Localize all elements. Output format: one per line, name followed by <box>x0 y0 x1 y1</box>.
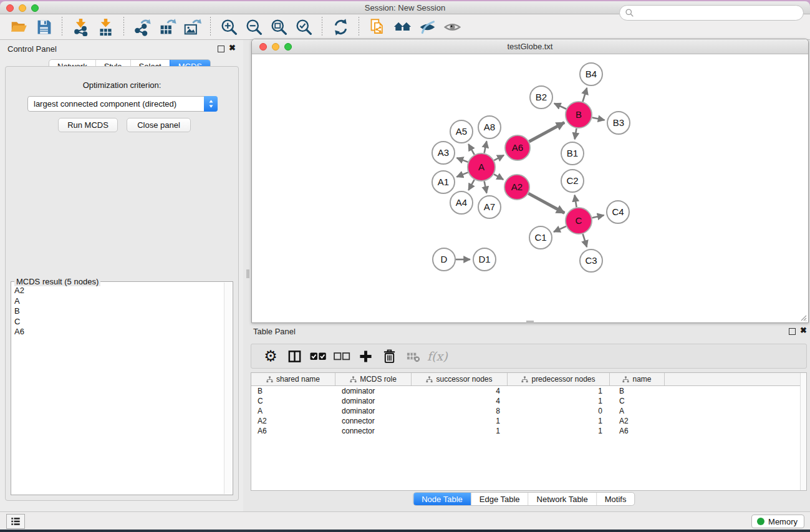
apply-function-button[interactable]: f(x) <box>427 347 448 365</box>
import-network-button[interactable] <box>69 17 92 37</box>
export-image-button[interactable] <box>181 17 203 37</box>
close-table-panel-icon[interactable]: ✖ <box>800 326 807 335</box>
node-B1[interactable] <box>561 142 584 165</box>
zoom-selected-button[interactable] <box>292 17 315 37</box>
new-network-button[interactable] <box>366 17 388 37</box>
node-D1[interactable] <box>473 248 496 271</box>
node-A3[interactable] <box>432 142 455 164</box>
table-row[interactable]: A2connector11A2 <box>251 416 806 426</box>
column-header-predecessor-nodes[interactable]: predecessor nodes <box>508 373 610 385</box>
tab-edge-table[interactable]: Edge Table <box>471 493 528 505</box>
table-cell[interactable]: connector <box>335 426 412 436</box>
memory-button[interactable]: Memory <box>751 515 804 528</box>
float-panel-icon[interactable] <box>218 46 224 52</box>
table-cell[interactable]: 1 <box>508 386 610 396</box>
table-scrollbar[interactable] <box>800 373 806 490</box>
node-B4[interactable] <box>580 63 602 85</box>
edge-A6-B[interactable] <box>529 122 565 142</box>
table-cell[interactable]: B <box>251 386 335 396</box>
node-A8[interactable] <box>478 116 501 138</box>
node-A2[interactable] <box>504 175 529 200</box>
table-cell[interactable]: A6 <box>251 426 335 436</box>
edge-B-B1[interactable] <box>575 128 577 140</box>
tab-node-table[interactable]: Node Table <box>413 493 471 505</box>
edge-C-C2[interactable] <box>575 195 577 208</box>
node-B2[interactable] <box>530 86 552 109</box>
network-window-titlebar[interactable]: testGlobe.txt <box>252 39 808 54</box>
edge-A-A2[interactable] <box>494 174 503 180</box>
edge-A-A8[interactable] <box>485 142 487 153</box>
table-cell[interactable]: 1 <box>412 416 508 426</box>
table-cell[interactable]: 8 <box>412 406 508 416</box>
node-C[interactable] <box>566 208 592 234</box>
table-row[interactable]: Bdominator41B <box>251 386 806 396</box>
criterion-select[interactable]: largest connected component (directed) <box>27 96 218 112</box>
resize-grip-icon[interactable] <box>799 314 807 321</box>
result-item[interactable]: B <box>12 306 223 317</box>
show-details-button[interactable] <box>441 17 463 37</box>
node-A6[interactable] <box>505 135 530 160</box>
home-button[interactable] <box>391 17 413 37</box>
table-cell[interactable]: C <box>610 396 665 406</box>
edge-A2-C[interactable] <box>528 193 564 213</box>
table-cell[interactable]: A2 <box>610 416 665 426</box>
node-C2[interactable] <box>561 170 584 192</box>
result-item[interactable]: A2 <box>12 286 223 296</box>
node-A[interactable] <box>468 153 495 181</box>
zoom-out-button[interactable] <box>243 17 265 37</box>
node-C1[interactable] <box>529 226 552 249</box>
column-header-name[interactable]: name <box>610 373 665 385</box>
column-header-shared-name[interactable]: shared name <box>251 373 335 385</box>
edge-C-C1[interactable] <box>554 226 566 232</box>
run-mcds-button[interactable]: Run MCDS <box>58 118 118 132</box>
edge-B-B3[interactable] <box>592 117 605 120</box>
network-canvas[interactable]: AA6A2BCA5A8A3A1A4A7B2B4B3B1C2C4C1C3DD1 <box>252 54 808 322</box>
table-row[interactable]: A6connector11A6 <box>251 426 806 436</box>
column-header-mcds-role[interactable]: MCDS role <box>335 373 412 385</box>
search-input[interactable] <box>634 8 803 17</box>
result-item[interactable]: A <box>12 296 223 307</box>
edge-B-B4[interactable] <box>583 88 587 102</box>
edge-C-C4[interactable] <box>592 215 604 218</box>
float-table-panel-icon[interactable] <box>789 328 796 335</box>
result-item[interactable]: C <box>12 317 223 327</box>
node-B3[interactable] <box>607 112 630 134</box>
table-row[interactable]: Adominator80A <box>251 406 806 416</box>
table-cell[interactable]: A <box>251 406 335 416</box>
workspace-scroll-thumb[interactable] <box>246 269 249 278</box>
result-scrollbar[interactable] <box>224 283 232 494</box>
result-item[interactable]: A6 <box>12 327 223 337</box>
import-table-button[interactable] <box>94 17 117 37</box>
delete-table-button[interactable] <box>403 347 422 365</box>
table-cell[interactable]: 1 <box>508 426 610 436</box>
refresh-button[interactable] <box>329 17 352 37</box>
edge-C-C3[interactable] <box>583 234 587 247</box>
node-C3[interactable] <box>580 249 602 272</box>
node-A4[interactable] <box>450 191 473 214</box>
table-cell[interactable]: 4 <box>412 386 508 396</box>
search-field[interactable] <box>619 5 804 21</box>
edge-A-A7[interactable] <box>485 181 487 193</box>
unselect-all-columns-button[interactable] <box>332 347 351 365</box>
node-C4[interactable] <box>607 201 629 223</box>
zoom-in-button[interactable] <box>218 17 240 37</box>
export-network-button[interactable] <box>131 17 153 37</box>
tab-motifs[interactable]: Motifs <box>596 493 635 505</box>
edge-A-A5[interactable] <box>468 144 474 155</box>
export-table-button[interactable] <box>156 17 178 37</box>
node-A5[interactable] <box>450 120 473 143</box>
table-row[interactable]: Cdominator41C <box>251 396 806 406</box>
node-D[interactable] <box>433 248 455 271</box>
column-header-successor-nodes[interactable]: successor nodes <box>412 373 508 385</box>
table-cell[interactable]: A <box>610 406 665 416</box>
table-cell[interactable]: C <box>251 396 335 406</box>
edge-A-A1[interactable] <box>456 172 468 177</box>
select-all-columns-button[interactable] <box>309 347 327 365</box>
table-cell[interactable]: dominator <box>335 406 412 416</box>
table-cell[interactable]: A2 <box>251 416 335 426</box>
table-cell[interactable]: 4 <box>412 396 508 406</box>
zoom-fit-button[interactable] <box>268 17 290 37</box>
add-column-button[interactable] <box>356 347 375 365</box>
open-file-button[interactable] <box>7 17 30 37</box>
table-cell[interactable]: B <box>610 386 665 396</box>
